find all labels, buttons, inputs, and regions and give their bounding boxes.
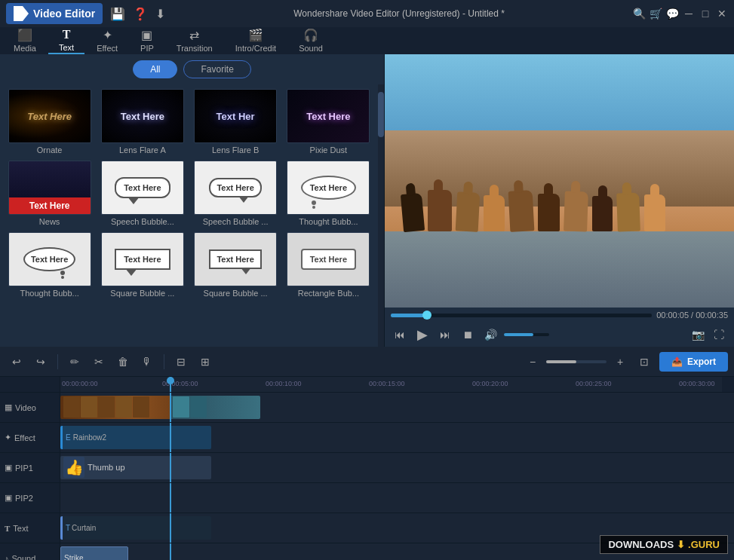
video-frame-4 [115,396,132,418]
minimize-btn[interactable]: ─ [683,8,695,20]
grid-item-ornate[interactable]: Text Here Ornate [6,89,93,155]
restore-btn[interactable]: □ [699,8,711,20]
left-panel: All Favorite Text Here Ornate [0,54,385,347]
zoom-in-btn[interactable]: + [610,351,631,372]
redo-btn[interactable]: ↪ [30,351,51,372]
clip-pip1[interactable]: 👍 Thumb up [60,456,211,479]
thumb-lens-b: Text Her [194,89,277,143]
thumb-thought-a: Text Here [287,161,370,215]
time-display: 00:00:05 / 00:00:35 [656,311,728,320]
horse-7 [564,191,588,232]
track-content-pip1[interactable]: 👍 Thumb up [60,453,722,482]
grid-scroll[interactable]: Text Here Ornate Text Here Lens Flare A [0,84,378,347]
grid-area: Text Here Ornate Text Here Lens Flare A [0,84,384,347]
download-icon[interactable]: ⬇ [155,7,165,21]
app-logo: Video Editor [6,3,103,24]
tab-media[interactable]: ⬛ Media [3,27,47,54]
seek-bar[interactable] [391,314,652,317]
clip-sound-strike[interactable]: Strike [60,546,128,560]
horse-3 [456,191,481,231]
edit-btn-1[interactable]: ✏ [64,351,85,372]
voice-btn[interactable]: 🎙 [137,351,158,372]
snapshot-btn[interactable]: 📷 [689,326,707,344]
effect-icon-e: E [66,433,71,442]
horse-5 [508,190,535,232]
undo-btn[interactable]: ↩ [6,351,27,372]
app-name: Video Editor [33,8,95,20]
grid-scrollbar[interactable] [378,84,384,347]
cart-btn[interactable]: 🛒 [650,8,662,20]
volume-fill [504,333,533,336]
grid-item-lens-a[interactable]: Text Here Lens Flare A [99,89,186,155]
text-track-icon: T [5,524,10,533]
thumb-lens-a: Text Here [101,89,184,143]
thumb-ornate: Text Here [8,89,91,143]
thumb-speech-a: Text Here [101,161,184,215]
video-2-frames [173,396,257,419]
detach-btn[interactable]: ⊟ [170,351,192,372]
tab-text[interactable]: T Text [48,27,84,54]
cut-btn[interactable]: ✂ [88,351,109,372]
pip1-name: Thumb up [88,463,125,472]
ruler-mark-2: 00:00:10:00 [266,380,302,387]
export-btn[interactable]: 📤 Export [659,352,728,372]
track-content-pip2[interactable] [60,483,722,513]
grid-item-news[interactable]: Text Here News [6,161,93,226]
delete-btn[interactable]: 🗑 [112,351,134,372]
tab-pip[interactable]: ▣ PIP [130,27,164,54]
search-btn[interactable]: 🔍 [633,8,645,20]
tab-transition[interactable]: ⇄ Transition [166,27,223,54]
volume-icon[interactable]: 🔊 [481,326,499,344]
track-content-effect[interactable]: E Rainbow2 [60,423,722,452]
grid-item-thought-a[interactable]: Text Here Thought Bubb... [285,161,372,226]
intro-icon: 🎬 [248,28,263,42]
tab-effect[interactable]: ✦ Effect [86,27,128,54]
zoom-out-btn[interactable]: − [522,351,543,372]
thumb-square-b: Text Here [194,232,277,286]
track-pip2: ▣ PIP2 [0,483,734,513]
grid-item-speech-b[interactable]: Text Here Speech Bubble ... [192,161,279,226]
grid-item-square-a[interactable]: Text Here Square Bubble ... [99,232,186,298]
grid-item-pixie[interactable]: Text Here Pixie Dust [285,89,372,155]
tab-transition-label: Transition [177,44,213,53]
clip-video-2[interactable] [170,396,260,419]
grid-item-square-b[interactable]: Text Here Square Bubble ... [192,232,279,298]
news-label: News [39,217,60,226]
speech-bubble-b: Text Here [209,178,261,197]
tab-intro[interactable]: 🎬 Intro/Credit [225,27,287,54]
save-icon[interactable]: 💾 [110,7,125,21]
track-content-video[interactable] [60,393,722,422]
grid-item-thought-b[interactable]: Text Here Thought Bubb... [6,232,93,298]
filter-all-btn[interactable]: All [133,60,177,78]
tab-sound[interactable]: 🎧 Sound [288,27,333,54]
toolbar-right: − + ⊡ 📤 Export [522,351,728,372]
clip-text-curtain[interactable]: T Curtain [60,516,211,540]
play-btn[interactable]: ▶ [413,326,431,344]
thumb-news: Text Here [8,161,91,215]
grid-item-speech-a[interactable]: Text Here Speech Bubble... [99,161,186,226]
more-btn[interactable]: ⊞ [195,351,216,372]
step-forward-btn[interactable]: ⏭ [436,326,454,344]
stop-btn[interactable]: ⏹ [459,326,477,344]
grid-item-rect[interactable]: Text Here Rectangle Bub... [285,232,372,298]
clip-effect-rainbow[interactable]: E Rainbow2 [60,426,211,449]
video-track-label: Video [15,403,36,412]
filter-favorite-btn[interactable]: Favorite [183,60,250,78]
fullscreen-btn[interactable]: ⛶ [710,326,728,344]
video2-frame-1 [173,396,189,418]
volume-bar[interactable] [504,333,549,336]
ruler-mark-4: 00:00:20:00 [472,380,508,387]
fit-btn[interactable]: ⊡ [634,351,655,372]
pip1-label: PIP1 [15,464,33,473]
help-icon[interactable]: ❓ [133,7,148,21]
zoom-slider[interactable] [546,360,607,363]
close-btn[interactable]: ✕ [716,8,728,20]
title-bar-icons: 💾 ❓ ⬇ [110,7,165,21]
sound-track-label: Sound [12,554,36,561]
window-title: Wondershare Video Editor (Unregistered) … [165,8,633,19]
rewind-btn[interactable]: ⏮ [391,326,409,344]
speech-a-label: Speech Bubble... [111,217,174,226]
grid-item-lens-b[interactable]: Text Her Lens Flare B [192,89,279,155]
zoom-controls: − + ⊡ [522,351,655,372]
chat-btn[interactable]: 💬 [666,8,678,20]
